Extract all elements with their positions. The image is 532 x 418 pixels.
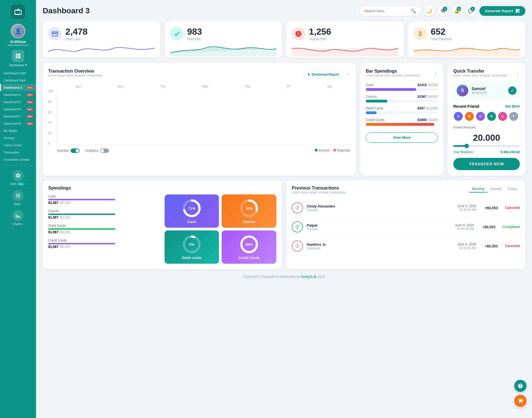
sidebar-item-dashboard6[interactable]: Dashboard 6New — [0, 106, 36, 113]
search-input[interactable] — [364, 9, 408, 13]
transaction-row-1: Paipal Transfer June 4, 2020 05:34:45 AM… — [292, 217, 520, 237]
quick-transfer-more-button[interactable]: ⋮ — [515, 71, 520, 78]
dashboard-label: Dashboard ▾ — [9, 63, 27, 67]
friend-avatars: A B C D E F — [453, 111, 520, 121]
spendings-title: Spendings — [48, 186, 276, 191]
chart-day-labels: Sun Mon Tue Wed Thu Fri Sat — [57, 85, 350, 88]
donut-cash: 71% Cash — [165, 194, 219, 228]
generate-report-button[interactable]: Generate Report 📊 — [479, 6, 525, 16]
sidebar-item-dashboard7[interactable]: Dashboard 7New — [0, 113, 36, 120]
more-options-button[interactable]: ··· — [346, 72, 350, 78]
insert-amount-label: Insert Amount — [453, 125, 520, 129]
sidebar-username: Hi,William — [10, 40, 26, 44]
sidebar-section-cms[interactable]: CMS New › — [0, 168, 36, 188]
sidebar-item-cards-center[interactable]: Cards Center — [0, 142, 36, 149]
amount-slider[interactable] — [453, 145, 520, 147]
tab-weekly[interactable]: Weekly — [487, 186, 505, 193]
stat-card-paid-emi: 983 Paid EMI — [165, 22, 282, 58]
bar-spendings-title: Bar Spendings — [366, 69, 420, 74]
total-payment-icon — [414, 27, 427, 40]
sidebar-item-transaction-details[interactable]: Transaction Details — [0, 156, 36, 163]
sidebar-section-charts[interactable]: Charts › — [0, 208, 36, 228]
chart-icon — [12, 210, 24, 221]
friend-avatar-4[interactable]: E — [498, 111, 508, 121]
balance-value: $ 456,345.62 — [500, 150, 520, 154]
spendings-card: Spendings Cash $1,567 /$5,000 Checks $1,… — [43, 180, 282, 269]
bottom-grid: Spendings Cash $1,567 /$5,000 Checks $1,… — [43, 180, 525, 269]
friend-avatar-5[interactable]: F — [509, 111, 519, 121]
sidebar-item-dashboard3[interactable]: Dashboard 3New — [0, 84, 36, 91]
stat-card-total-payment: 652 Total Payment — [408, 22, 526, 58]
sidebar-item-dashboard4[interactable]: Dashboard 4New — [0, 91, 36, 98]
spending-row-debit: Debit Cards $487 /$10000 — [366, 106, 438, 114]
txn-icon-hawkins — [292, 240, 303, 252]
transaction-row-0: Cindy Alexandro Transfer June 5, 2020 05… — [292, 198, 520, 217]
footer: Copyright © Designed & Developed by Dexi… — [43, 269, 525, 284]
number-toggle[interactable] — [71, 148, 80, 153]
footer-brand-link[interactable]: DexignLab — [301, 275, 317, 279]
txn-status-1: Completed — [503, 225, 520, 229]
download-icon: ⬇ — [307, 73, 310, 76]
moon-toggle[interactable]: 🌙 — [424, 6, 434, 16]
sidebar-item-dashboard5[interactable]: Dashboard 5New — [0, 98, 36, 106]
txn-status-2: Canceled — [505, 244, 520, 248]
donut-checks-chart: 30% — [239, 199, 259, 218]
spending-row-cash: Cash $1415 /$2000 — [366, 83, 438, 91]
svg-text:96%: 96% — [245, 242, 253, 247]
donut-checks: 30% Checks — [222, 194, 276, 228]
spending-list-checks: Checks $1,567 /$5,000 — [48, 209, 160, 219]
notification-button[interactable]: 🔔 12 — [452, 6, 462, 16]
analytics-toggle[interactable] — [100, 148, 109, 153]
sidebar-item-my-wallet[interactable]: My Wallet — [0, 127, 36, 134]
moon-icon: 🌙 — [426, 8, 432, 14]
friend-avatar-2[interactable]: C — [475, 111, 485, 121]
donut-grid: 71% Cash 30% Checks — [165, 194, 277, 264]
notification-badge: 12 — [457, 7, 461, 11]
transfer-now-button[interactable]: TRANSFER NOW — [453, 158, 520, 170]
view-more-button[interactable]: View More — [366, 132, 438, 143]
cart-button[interactable]: 🛍 2 — [438, 6, 448, 16]
friend-avatar-1[interactable]: B — [464, 111, 474, 121]
stat-card-unpaid-emi: 1,256 Unpaid EMI — [286, 22, 404, 58]
bar-chart: Sun Mon Tue Wed Thu Fri Sat 100806040200 — [48, 85, 350, 153]
svg-text:71%: 71% — [188, 206, 195, 211]
see-more-button[interactable]: See More — [505, 104, 520, 108]
friend-avatar-3[interactable]: D — [487, 111, 497, 121]
transaction-overview-card: Transaction Overview Lorem ipsum dolor s… — [43, 63, 356, 176]
total-loan-value: 2,478 — [65, 27, 88, 36]
paid-emi-icon — [170, 27, 183, 40]
transaction-tabs: Monthly Weekly Today — [469, 186, 520, 193]
bar-spendings-more-button[interactable]: ⋮ — [433, 71, 438, 78]
message-badge: 5 — [470, 7, 475, 11]
sidebar-item-transaction[interactable]: Transaction — [0, 149, 36, 156]
wallet-icon — [14, 8, 22, 16]
recent-friends-section: Recent Friend See More A B C D E F — [453, 104, 520, 121]
download-report-button[interactable]: ⬇ Download Report — [303, 70, 344, 79]
message-button[interactable]: 💬 5 — [466, 6, 476, 16]
recent-friend-label: Recent Friend — [453, 104, 479, 109]
prev-transactions-subtitle: Lorem ipsum dolor sit amet, consectetur — [292, 191, 346, 194]
grid-icon — [12, 190, 24, 201]
sidebar-item-dashboard-dark[interactable]: Dashboard Dark — [0, 77, 36, 84]
support-float-button[interactable] — [514, 380, 526, 392]
spending-list-credit: Credit Cards $1,567 /$5,000 — [48, 239, 160, 249]
donut-debit: 5% Debit cards — [165, 230, 219, 264]
tab-monthly[interactable]: Monthly — [469, 186, 487, 193]
sidebar-email: william@gmail.com — [7, 44, 29, 47]
tab-today[interactable]: Today — [505, 186, 520, 193]
spending-row-checks: Checks $1567 /$5000 — [366, 95, 438, 102]
sidebar-item-dashboard8[interactable]: Dashboard 8New — [0, 120, 36, 127]
sidebar-item-invoices[interactable]: Invoices — [0, 134, 36, 142]
friend-avatar-0[interactable]: A — [453, 111, 463, 121]
search-icon: 🔍 — [411, 8, 416, 14]
svg-text:30%: 30% — [245, 206, 253, 211]
cart-float-button[interactable] — [514, 395, 526, 407]
total-loan-icon — [48, 27, 62, 40]
stat-cards: 2,478 Total Loan 983 Paid EMI — [43, 22, 525, 58]
sidebar-logo[interactable] — [11, 4, 25, 19]
transfer-check-icon: ✓ — [508, 86, 516, 95]
sidebar-section-apps[interactable]: Apps › — [0, 188, 36, 208]
sidebar-item-dashboard-light[interactable]: Dashboard Light — [0, 70, 36, 77]
header: Dashboard 3 🔍 🌙 🛍 2 🔔 12 💬 5 Gen — [43, 6, 525, 16]
header-right: 🔍 🌙 🛍 2 🔔 12 💬 5 Generate Report 📊 — [360, 6, 525, 16]
